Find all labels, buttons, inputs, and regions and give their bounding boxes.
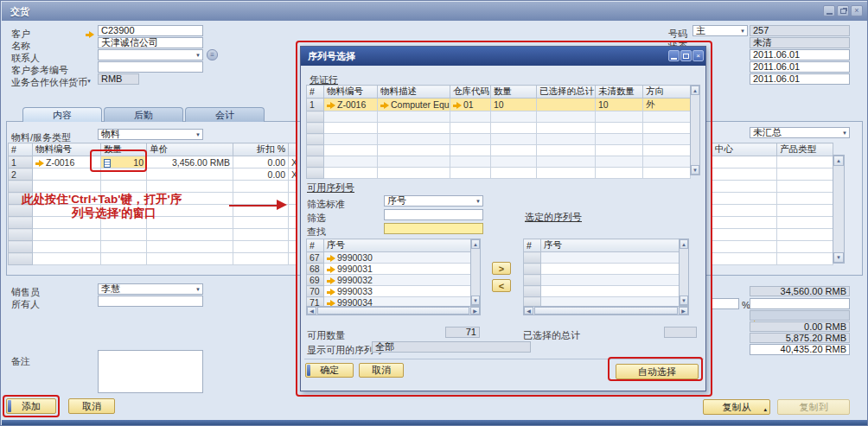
tax-cell-partial[interactable]: X [289,156,297,168]
row-header[interactable]: 70 [307,286,324,297]
freight-input[interactable] [750,310,850,321]
selected-hscrollbar[interactable]: ◀ ▶ [523,306,689,315]
tab-content[interactable]: 内容 [22,107,102,122]
scroll-thumb[interactable] [534,307,678,315]
dialog-minimize-icon[interactable] [668,50,680,61]
scroll-left-icon[interactable]: ◀ [524,307,533,315]
copy-from-button[interactable]: 复制从 ▴ [703,399,770,415]
owner-input[interactable] [98,296,203,307]
summary-type-dropdown[interactable]: 未汇总 ▼ [750,127,850,138]
ok-button[interactable]: 确定 [305,363,354,378]
scroll-up-icon[interactable]: ▲ [471,239,480,249]
link-arrow-icon[interactable] [327,102,335,109]
name-input[interactable]: 天津诚信公司 [98,37,203,48]
dialog-maximize-icon[interactable] [680,50,692,61]
document-date-input[interactable]: 2011.06.01 [750,73,850,85]
link-arrow-icon[interactable] [327,289,335,296]
filter-by-dropdown[interactable]: 序号 ▼ [384,195,483,207]
link-arrow-icon[interactable] [327,266,335,273]
contact-dropdown[interactable]: ▼ [98,49,203,60]
doc-lines-scrollbar[interactable]: ▲ ▼ [690,85,700,175]
restore-icon[interactable] [837,5,849,16]
discount-percent-input[interactable] [712,298,739,309]
dropdown-arrow-icon[interactable]: ▼ [86,79,92,84]
auto-select-button[interactable]: 自动选择 [616,364,699,379]
filter-input[interactable] [384,209,483,220]
customer-input[interactable]: C23900 [98,25,203,36]
find-input[interactable] [384,223,483,234]
scroll-down-icon[interactable]: ▼ [833,252,844,263]
warehouse-cell[interactable]: 01 [450,99,491,111]
row-header[interactable]: 2 [9,168,33,181]
unit-price-cell[interactable]: 3,456.00 RMB [147,156,233,168]
scroll-left-icon[interactable]: ◀ [307,307,316,315]
contact-list-icon[interactable]: ≡ [207,49,218,60]
selected-total-cell[interactable] [537,99,596,111]
minimize-icon[interactable] [823,5,835,16]
row-header[interactable]: 68 [307,264,324,275]
link-arrow-icon[interactable] [35,160,44,167]
row-header[interactable]: 67 [307,252,324,264]
copy-to-button[interactable]: 复制到 [777,399,850,415]
remarks-textarea[interactable] [98,350,203,393]
link-arrow-icon[interactable] [327,255,335,262]
scroll-thumb[interactable] [317,307,469,315]
item-row-2[interactable]: 2 0.00 X [9,168,297,181]
item-cell[interactable]: Z-0016 [324,99,378,111]
posting-date-input[interactable]: 2011.06.01 [750,49,850,60]
move-right-button[interactable]: > [492,262,511,275]
serial-list-icon[interactable] [104,159,111,168]
row-header[interactable]: 1 [307,99,324,111]
serial-row[interactable]: 69 9990032 [307,275,471,286]
serial-cell[interactable]: 9990031 [324,264,471,275]
scroll-down-icon[interactable]: ▼ [691,165,699,175]
scroll-down-icon[interactable]: ▼ [680,296,688,305]
doc-line-row[interactable]: 1 Z-0016 Computer Equipment 01 10 10 外 [307,99,691,111]
tax-cell-partial[interactable]: X [289,168,297,181]
available-hscrollbar[interactable]: ◀ ▶ [306,306,481,315]
sales-employee-dropdown[interactable]: 李慧 ▼ [98,283,203,295]
link-arrow-icon[interactable] [453,102,462,109]
direction-cell[interactable]: 外 [643,99,691,111]
discount-amount-input[interactable] [750,298,850,309]
item-row-1[interactable]: 1 Z-0016 10 3,456.00 RMB 0.00 X [9,156,297,168]
dialog-cancel-button[interactable]: 取消 [359,363,404,378]
open-qty-cell[interactable]: 10 [596,99,643,111]
scroll-up-icon[interactable]: ▲ [680,239,688,249]
selected-scrollbar[interactable]: ▲ ▼ [679,238,689,306]
number-series-dropdown[interactable]: 主 ▼ [692,25,748,36]
item-code-cell[interactable]: Z-0016 [33,156,101,168]
scroll-up-icon[interactable]: ▲ [691,86,699,95]
grid-scrollbar[interactable]: ▲ ▼ [833,155,845,264]
row-header[interactable]: 1 [9,156,33,168]
unit-price-cell[interactable] [147,168,233,181]
row-header[interactable]: 69 [307,275,324,286]
link-arrow-icon[interactable] [380,102,389,109]
scroll-right-icon[interactable]: ▶ [679,307,688,315]
scroll-down-icon[interactable]: ▼ [471,296,480,305]
serial-row[interactable]: 70 9990033 [307,286,471,297]
item-code-cell[interactable] [33,168,101,181]
available-scrollbar[interactable]: ▲ ▼ [470,238,481,306]
tab-accounting[interactable]: 会计 [185,107,265,122]
scroll-up-icon[interactable]: ▲ [833,156,844,166]
serial-cell[interactable]: 9990032 [324,275,471,286]
item-service-type-dropdown[interactable]: 物料 ▼ [98,129,203,140]
serial-cell[interactable]: 9990030 [324,252,471,264]
qty-cell[interactable]: 10 [491,99,537,111]
desc-cell[interactable]: Computer Equipment [378,99,450,111]
serial-row[interactable]: 68 9990031 [307,264,471,275]
add-button[interactable]: 添加 [6,398,56,414]
close-icon[interactable]: × [851,5,863,16]
cancel-button[interactable]: 取消 [68,398,115,414]
discount-cell[interactable]: 0.00 [233,168,289,181]
link-arrow-icon[interactable] [86,31,94,38]
move-left-button[interactable]: < [492,279,511,292]
serial-cell[interactable]: 9990033 [324,286,471,297]
customer-ref-input[interactable] [98,61,203,73]
qty-cell[interactable] [101,168,147,181]
serial-row[interactable]: 67 9990030 [307,252,471,264]
tab-logistics[interactable]: 后勤 [104,107,183,122]
discount-cell[interactable]: 0.00 [233,156,289,168]
link-arrow-icon[interactable] [327,277,335,284]
